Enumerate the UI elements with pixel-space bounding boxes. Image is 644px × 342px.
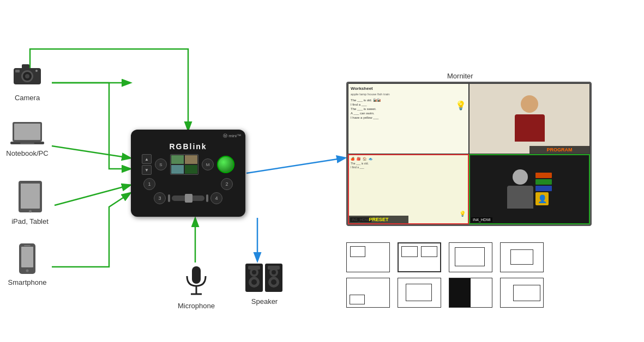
ipad-icon: [15, 180, 45, 215]
mixer-screen-area: ▲ ▼ S M: [142, 154, 234, 175]
speaker-icon: [244, 261, 285, 295]
camera-icon: [11, 60, 44, 91]
worksheet-content: Worksheet apple lamp house fish train Th…: [348, 84, 468, 154]
layout-thumb-2[interactable]: [398, 242, 441, 272]
ipad-device: iPad, Tablet: [3, 180, 57, 225]
mixer-down-btn[interactable]: ▼: [142, 165, 152, 175]
svg-point-29: [252, 270, 256, 274]
microphone-icon: [183, 264, 210, 300]
svg-point-12: [35, 70, 38, 72]
svg-rect-14: [14, 124, 40, 140]
mixer-knob[interactable]: [217, 156, 234, 173]
svg-point-35: [272, 270, 276, 274]
ipad-label: iPad, Tablet: [11, 217, 49, 225]
svg-rect-38: [268, 266, 280, 270]
svg-rect-24: [192, 266, 201, 284]
svg-point-22: [26, 270, 29, 272]
svg-rect-10: [22, 64, 29, 69]
speaker-device: Speaker: [240, 261, 289, 306]
svg-rect-32: [248, 266, 260, 270]
monitor-cell-bottom-right-label: IN4_HDMI: [471, 217, 492, 222]
notebook-label: Notebook/PC: [6, 149, 48, 157]
microphone-label: Microphone: [178, 302, 215, 310]
svg-point-31: [251, 279, 257, 285]
camera-label: Camera: [15, 94, 40, 102]
layout-thumb-8[interactable]: [500, 278, 544, 308]
mixer-number-buttons: 1 2: [143, 178, 233, 190]
svg-line-3: [246, 158, 345, 173]
smartphone-icon: [17, 242, 38, 276]
screen-cell-3: [171, 164, 184, 174]
monitor-preset-label: PRESET: [349, 216, 408, 223]
monitor-program-label: PROGRAM: [529, 146, 589, 154]
mixer-slider-row: 3 4: [154, 192, 222, 204]
mixer-preview-screen: [170, 154, 198, 175]
screen-cell-2: [184, 155, 198, 164]
monitor-label: Morniter: [447, 72, 473, 80]
svg-line-1: [52, 146, 130, 158]
mixer-s-btn[interactable]: S: [155, 158, 167, 170]
mixer-model-label: Ⓜ mini™: [223, 133, 241, 139]
svg-rect-11: [15, 70, 20, 72]
monitor-cell-top-right: PROGRAM: [469, 83, 590, 154]
mixer-fader-thumb: [185, 194, 192, 203]
smartphone-device: Smartphone: [3, 242, 52, 286]
svg-rect-23: [24, 245, 31, 246]
mixer-m-btn[interactable]: M: [202, 158, 214, 170]
mixer-btn-2[interactable]: 2: [221, 178, 233, 190]
svg-rect-16: [20, 143, 34, 144]
layout-thumb-4[interactable]: [500, 242, 544, 272]
monitor-cell-bottom-right: 👤 IN4_HDMI: [469, 154, 590, 225]
mixer-brand-label: RGBlink: [169, 142, 207, 151]
screen-cell-1: [171, 155, 184, 164]
camera-device: Camera: [3, 60, 52, 102]
microphone-device: Microphone: [174, 264, 218, 310]
mixer-fader[interactable]: [172, 196, 204, 201]
svg-point-19: [29, 210, 32, 213]
mixer-btn-4[interactable]: 4: [210, 192, 222, 204]
layout-thumb-5[interactable]: [346, 278, 390, 308]
notebook-device: Notebook/PC: [3, 120, 52, 157]
svg-rect-21: [21, 247, 33, 267]
svg-point-37: [271, 279, 276, 285]
monitor-cell-top-left: Worksheet apple lamp house fish train Th…: [348, 83, 469, 154]
svg-point-9: [25, 74, 29, 78]
layout-row-1: [346, 242, 544, 272]
svg-line-2: [55, 185, 130, 205]
smartphone-label: Smartphone: [8, 278, 47, 286]
layout-thumb-1[interactable]: [346, 242, 390, 272]
mixer-btn-3[interactable]: 3: [154, 192, 166, 204]
layout-row-2: [346, 278, 544, 308]
notebook-icon: [9, 120, 45, 147]
monitor-display: Worksheet apple lamp house fish train Th…: [346, 82, 592, 226]
speaker-label: Speaker: [251, 297, 278, 306]
mixer-btn-1[interactable]: 1: [143, 178, 155, 190]
layout-thumb-7[interactable]: [449, 278, 492, 308]
monitor-cell-bottom-left: 🍎🎒🏠🐟 The ___ is old. I find a ___ 💡 IN1_…: [348, 154, 469, 225]
layout-thumb-6[interactable]: [398, 278, 441, 308]
mixer-up-btn[interactable]: ▲: [142, 154, 152, 164]
mixer-device: Ⓜ mini™ RGBlink ▲ ▼ S M 1: [131, 130, 245, 217]
svg-rect-18: [21, 184, 40, 209]
screen-cell-4: [184, 164, 198, 174]
layout-thumb-3[interactable]: [449, 242, 492, 272]
main-diagram: Camera Notebook/PC iPad, Tablet Smartpho…: [0, 0, 644, 342]
